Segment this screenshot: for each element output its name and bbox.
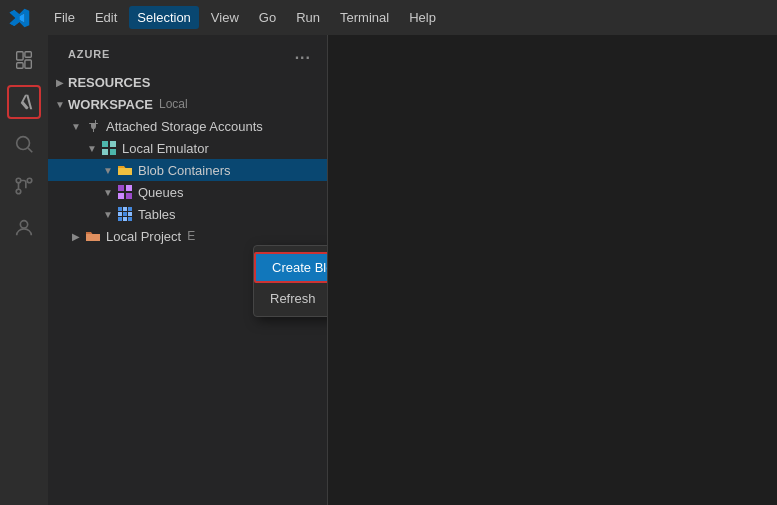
svg-rect-22	[123, 212, 127, 216]
menu-terminal[interactable]: Terminal	[332, 6, 397, 29]
queues-label: Queues	[138, 185, 184, 200]
svg-point-4	[17, 137, 30, 150]
svg-rect-15	[126, 185, 132, 191]
sidebar-item-workspace[interactable]: ▼ WORKSPACE Local	[48, 93, 327, 115]
svg-rect-25	[123, 217, 127, 221]
svg-rect-0	[17, 52, 23, 60]
workspace-sublabel: Local	[159, 97, 188, 111]
menu-run[interactable]: Run	[288, 6, 328, 29]
chevron-down-icon-emulator: ▼	[84, 140, 100, 156]
emulator-icon	[100, 139, 118, 157]
svg-rect-23	[128, 212, 132, 216]
sidebar: AZURE ... ▶ RESOURCES ▼ WORKSPACE Local …	[48, 35, 328, 505]
svg-point-9	[20, 221, 27, 228]
activity-search-icon[interactable]	[7, 127, 41, 161]
svg-point-6	[16, 178, 21, 183]
sidebar-item-local-emulator[interactable]: ▼ Local Emulator	[48, 137, 327, 159]
tables-label: Tables	[138, 207, 176, 222]
tables-icon	[116, 205, 134, 223]
svg-rect-16	[118, 193, 124, 199]
chevron-down-icon-blob: ▼	[100, 162, 116, 178]
blob-containers-label: Blob Containers	[138, 163, 231, 178]
svg-rect-13	[110, 149, 116, 155]
svg-rect-10	[102, 141, 108, 147]
activity-azure-icon[interactable]	[7, 85, 41, 119]
sidebar-item-queues[interactable]: ▼ Queues	[48, 181, 327, 203]
editor-area	[328, 35, 777, 505]
activity-accounts-icon[interactable]	[7, 211, 41, 245]
blob-folder-icon	[116, 161, 134, 179]
svg-rect-12	[102, 149, 108, 155]
menu-view[interactable]: View	[203, 6, 247, 29]
main-layout: AZURE ... ▶ RESOURCES ▼ WORKSPACE Local …	[0, 35, 777, 505]
local-project-label: Local Project	[106, 229, 181, 244]
activity-explorer-icon[interactable]	[7, 43, 41, 77]
local-project-icon	[84, 227, 102, 245]
chevron-down-icon: ▼	[52, 96, 68, 112]
chevron-down-icon-queues: ▼	[100, 184, 116, 200]
local-project-extra: E	[187, 229, 195, 243]
svg-rect-19	[123, 207, 127, 211]
sidebar-title: AZURE	[68, 48, 110, 60]
menu-file[interactable]: File	[46, 6, 83, 29]
sidebar-item-resources[interactable]: ▶ RESOURCES	[48, 71, 327, 93]
queues-icon	[116, 183, 134, 201]
chevron-right-icon-project: ▶	[68, 228, 84, 244]
svg-rect-1	[17, 63, 23, 69]
menu-bar: File Edit Selection View Go Run Terminal…	[46, 6, 444, 29]
menu-selection[interactable]: Selection	[129, 6, 198, 29]
sidebar-item-attached-storage[interactable]: ▼ Attached Storage Accounts	[48, 115, 327, 137]
sidebar-more-button[interactable]: ...	[291, 43, 315, 65]
sidebar-header: AZURE ...	[48, 35, 327, 71]
chevron-right-icon: ▶	[52, 74, 68, 90]
local-emulator-label: Local Emulator	[122, 141, 209, 156]
menu-go[interactable]: Go	[251, 6, 284, 29]
plug-icon	[84, 117, 102, 135]
titlebar: File Edit Selection View Go Run Terminal…	[0, 0, 777, 35]
svg-rect-18	[118, 207, 122, 211]
activity-bar	[0, 35, 48, 505]
svg-point-7	[27, 178, 32, 183]
svg-rect-24	[118, 217, 122, 221]
menu-help[interactable]: Help	[401, 6, 444, 29]
menu-edit[interactable]: Edit	[87, 6, 125, 29]
svg-point-8	[16, 189, 21, 194]
svg-rect-2	[25, 52, 31, 58]
refresh-button[interactable]: Refresh	[254, 285, 328, 312]
svg-rect-17	[126, 193, 132, 199]
svg-rect-26	[128, 217, 132, 221]
chevron-down-icon-tables: ▼	[100, 206, 116, 222]
svg-rect-14	[118, 185, 124, 191]
workspace-label: WORKSPACE	[68, 97, 153, 112]
create-blob-container-button[interactable]: Create Blob Container...	[254, 252, 328, 283]
resources-label: RESOURCES	[68, 75, 150, 90]
chevron-down-icon-storage: ▼	[68, 118, 84, 134]
sidebar-item-blob-containers[interactable]: ▼ Blob Containers	[48, 159, 327, 181]
vscode-logo-icon	[8, 7, 30, 29]
sidebar-item-tables[interactable]: ▼ Tables	[48, 203, 327, 225]
svg-rect-20	[128, 207, 132, 211]
svg-rect-11	[110, 141, 116, 147]
svg-rect-3	[25, 60, 31, 68]
svg-line-5	[28, 148, 32, 152]
sidebar-item-local-project[interactable]: ▶ Local Project E	[48, 225, 327, 247]
svg-rect-21	[118, 212, 122, 216]
attached-storage-label: Attached Storage Accounts	[106, 119, 263, 134]
activity-source-control-icon[interactable]	[7, 169, 41, 203]
context-menu: Create Blob Container... Refresh	[253, 245, 328, 317]
